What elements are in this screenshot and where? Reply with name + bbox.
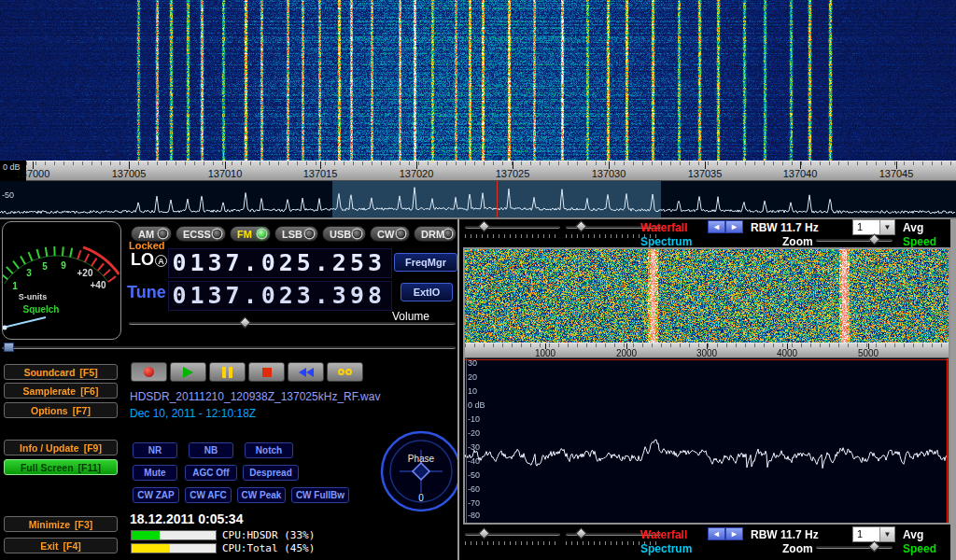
rx-spectrum-display[interactable] [465,358,949,523]
mode-lsb-button[interactable]: LSB [274,226,318,242]
lo-lock-badge-icon[interactable]: A [155,255,167,267]
db-label: 30 [468,358,477,368]
main-frequency-scale[interactable]: 137000 137005 137010 137015 137020 13702… [26,161,956,181]
cw-afc-button[interactable]: CW AFC [185,487,232,503]
waterfall-upper-slider-top[interactable] [465,221,560,232]
slider-thumb[interactable] [478,220,490,232]
main-spectrum-display[interactable] [0,181,956,217]
button-label: Minimize [29,519,70,530]
phase-label: Phase [379,454,463,464]
zoom-slider-bottom[interactable] [816,541,893,553]
lo-frequency-display[interactable]: 0137.025.253 [168,248,392,278]
extio-button[interactable]: ExtIO [401,283,453,301]
slider-thumb[interactable] [4,343,14,352]
mode-drm-button[interactable]: DRM [414,226,457,242]
freq-label: 137045 [879,168,914,179]
spectrum-mode-label-bottom[interactable]: Spectrum [640,542,692,555]
mode-fm-button[interactable]: FM [230,226,271,242]
zoom-label-bottom: Zoom [782,542,813,555]
rx-frequency-scale[interactable]: 1000 2000 3000 4000 5000 [465,343,949,358]
button-label: Exit [40,540,58,552]
nb-button[interactable]: NB [189,442,233,458]
smeter-tick-5: 5 [42,261,48,272]
speed-label-bottom: Speed [903,542,936,555]
zoom-slider-top[interactable] [816,234,893,245]
spectrum-mode-label-top[interactable]: Spectrum [640,235,692,248]
db-label: -40 [468,456,480,466]
waterfall-mode-label-top[interactable]: Waterfall [640,221,687,234]
agc-button[interactable]: AGC Off [185,465,237,481]
mute-button[interactable]: Mute [133,465,177,481]
samplerate-button[interactable]: Samplerate[F6] [4,383,118,399]
pause-button[interactable] [209,362,246,382]
waterfall-mode-label-bottom[interactable]: Waterfall [640,528,687,541]
main-waterfall-display[interactable] [0,0,956,161]
freq-label: 137005 [112,168,147,179]
info-update-button[interactable]: Info / Update[F9] [4,440,118,455]
stop-button[interactable] [248,362,285,382]
arrow-left-icon[interactable]: ◄ [708,527,725,540]
rx-waterfall-display[interactable] [465,249,949,343]
slider-thumb[interactable] [575,527,587,539]
mode-led-icon [397,230,405,238]
slider-track [816,238,893,242]
mode-label: ECSS [183,229,211,240]
display-split-arrows-bottom[interactable]: ◄ ► [708,527,743,540]
cw-zap-button[interactable]: CW ZAP [133,487,179,503]
button-key: [F9] [84,442,102,454]
slider-thumb[interactable] [868,540,880,553]
freq-label: 137010 [208,168,243,179]
despread-button[interactable]: Despread [243,465,299,481]
lo-label: LO [131,250,154,270]
waterfall-upper-slider-bottom[interactable] [465,528,560,539]
caret-down-icon[interactable]: ▼ [879,527,894,541]
slider-thumb[interactable] [239,316,251,329]
options-button[interactable]: Options[F7] [4,402,118,418]
arrow-right-icon[interactable]: ► [725,527,743,540]
arrow-left-icon[interactable]: ◄ [708,220,725,233]
cpu-hdsdr-bar-fill [132,531,160,539]
slider-thumb[interactable] [478,527,490,539]
smeter-tick-3: 3 [26,268,32,278]
tune-frequency-display[interactable]: 0137.023.398 [168,281,392,311]
mode-ecss-button[interactable]: ECSS [176,226,226,242]
nr-button[interactable]: NR [133,442,177,458]
soundcard-button[interactable]: Soundcard[F5] [4,364,118,380]
cw-fullbw-button[interactable]: CW FullBw [291,487,349,503]
cpu-total-bar-fill [132,544,170,553]
caret-down-icon[interactable]: ▼ [879,220,894,234]
freqmgr-button[interactable]: FreqMgr [394,253,457,272]
rewind-button[interactable] [288,362,324,382]
zoom-label-top: Zoom [782,235,813,248]
button-label: Info / Update [20,442,79,454]
fullscreen-button[interactable]: Full Screen[F11] [4,459,118,475]
cpu-total-text: CPU:Total (45%) [222,542,315,554]
mode-usb-button[interactable]: USB [322,226,366,242]
cpu-hdsdr-bar [131,530,217,540]
mode-cw-button[interactable]: CW [370,226,410,242]
mode-led-icon [159,230,167,238]
s-meter[interactable]: 1 3 5 9 +20 +40 S-units Squelch [2,221,121,340]
slider-thumb[interactable] [575,220,587,232]
volume-slider[interactable] [129,317,456,329]
exit-button[interactable]: Exit[F4] [4,538,118,553]
slider-thumb[interactable] [868,233,880,245]
cpu-total-bar [131,543,217,553]
tuning-slider[interactable] [2,342,456,353]
loop-button[interactable] [327,362,363,382]
avg-label-top: Avg [903,221,923,234]
right-margin [950,219,956,560]
rx-display-frame: 1000 2000 3000 4000 5000 30 20 10 0 dB -… [463,247,950,525]
button-key: [F7] [73,405,91,416]
arrow-right-icon[interactable]: ► [725,220,743,233]
rx-display-panel: Waterfall ◄ ► RBW 11.7 Hz 1 ▼ Avg Spectr… [459,219,956,560]
record-button[interactable] [131,362,167,382]
display-split-arrows-top[interactable]: ◄ ► [708,220,743,233]
phase-value: 0 [379,493,463,503]
record-icon [144,367,154,377]
db-label: 0 dB [468,400,485,410]
notch-button[interactable]: Notch [245,442,293,458]
play-button[interactable] [170,362,206,382]
cw-peak-button[interactable]: CW Peak [237,487,286,503]
minimize-button[interactable]: Minimize[F3] [4,516,118,532]
